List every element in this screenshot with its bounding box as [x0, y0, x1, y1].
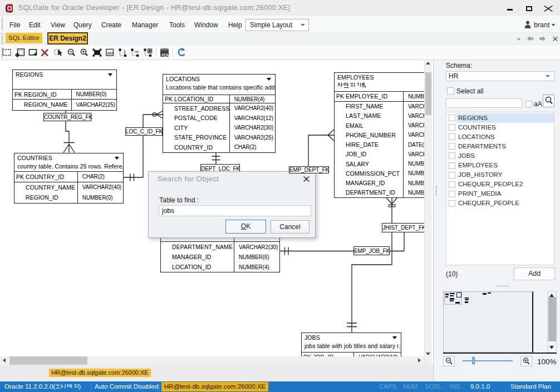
- svg-text:∞: ∞: [135, 49, 139, 54]
- svg-text:SQL: SQL: [161, 53, 169, 57]
- svg-text:1: 1: [124, 49, 126, 54]
- svg-text:abl: abl: [107, 51, 113, 56]
